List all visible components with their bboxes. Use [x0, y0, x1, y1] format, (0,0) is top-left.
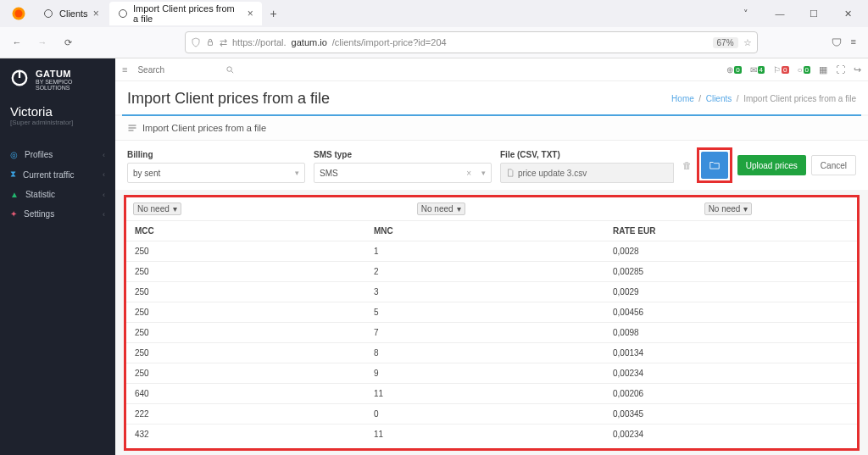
sidebar-item-profiles[interactable]: ◎Profiles ‹	[0, 145, 115, 164]
clear-icon[interactable]: ×	[466, 169, 476, 178]
close-icon[interactable]: ×	[248, 8, 253, 19]
file-icon	[506, 169, 515, 177]
cancel-button[interactable]: Cancel	[811, 155, 856, 175]
table-row: 640110,00206	[126, 383, 857, 403]
zoom-level[interactable]: 67%	[713, 37, 738, 48]
maximize-icon[interactable]: ☐	[805, 8, 822, 19]
sidebar-item-label: Profiles	[25, 150, 53, 159]
chevron-left-icon: ‹	[103, 170, 105, 179]
cell-rate: 0,0098	[613, 328, 849, 337]
cell-mnc: 9	[374, 369, 613, 378]
sidebar-item-settings[interactable]: ✦Settings ‹	[0, 204, 115, 224]
new-tab-button[interactable]: +	[264, 3, 284, 24]
table-header: MCC MNC RATE EUR	[126, 220, 857, 241]
notif-badge-4[interactable]: ○0	[798, 65, 811, 75]
cell-mcc: 250	[135, 267, 374, 276]
page-header: Import Client prices from a file Home / …	[115, 81, 868, 114]
cell-rate: 0,00345	[613, 409, 849, 419]
chevron-left-icon: ‹	[103, 210, 105, 219]
sidebar-item-statistic[interactable]: ▲Statistic ‹	[0, 185, 115, 204]
file-name-box[interactable]: price update 3.csv	[500, 163, 674, 183]
sms-select[interactable]: SMS × ▾	[314, 163, 492, 183]
cell-rate: 0,00234	[613, 430, 849, 439]
svg-point-1	[15, 10, 23, 18]
reload-button[interactable]: ⟳	[58, 32, 78, 53]
cell-mcc: 250	[135, 247, 374, 256]
minimize-icon[interactable]: —	[771, 8, 788, 19]
billing-select[interactable]: by sent ▾	[127, 163, 305, 183]
cell-mnc: 11	[374, 430, 613, 439]
mapping-select-3[interactable]: No need▾	[704, 203, 753, 215]
svg-point-6	[227, 66, 232, 71]
forward-button: →	[32, 32, 53, 53]
cell-mcc: 250	[135, 369, 374, 378]
cell-mnc: 1	[374, 247, 613, 256]
star-icon[interactable]: ☆	[743, 37, 752, 48]
statistic-icon: ▲	[10, 190, 19, 199]
sidebar-nav: ◎Profiles ‹ ⧗Current traffic ‹ ▲Statisti…	[0, 136, 115, 224]
app: GATUM BY SEMPICO SOLUTIONS Victoria [Sup…	[0, 58, 868, 455]
main: ≡ ⊕0 ✉4 ⚐0 ○0 ▦ ⛶ ↪ Import Client prices…	[115, 58, 868, 455]
cell-rate: 0,0029	[613, 287, 849, 297]
hamburger-icon[interactable]: ≡	[122, 64, 127, 75]
cell-mcc: 250	[135, 328, 374, 337]
address-bar[interactable]: ⇄ https://portal.gatum.io/clients/import…	[185, 31, 758, 53]
logout-icon[interactable]: ↪	[854, 64, 861, 75]
import-table: No need▾ No need▾ No need▾ MCC MNC RATE …	[124, 195, 860, 451]
sms-value: SMS	[320, 169, 338, 178]
filter-billing: Billing by sent ▾	[127, 150, 305, 183]
panel-heading: Import Client prices from a file	[115, 116, 868, 141]
page-title: Import Client prices from a file	[127, 90, 330, 108]
cell-mcc: 222	[135, 409, 374, 419]
sidebar-item-traffic[interactable]: ⧗Current traffic ‹	[0, 164, 115, 185]
brand-name: GATUM	[36, 69, 105, 79]
back-button[interactable]: ←	[7, 32, 27, 53]
caret-down-icon: ▾	[173, 204, 177, 214]
chevron-down-icon[interactable]: ˅	[737, 8, 754, 19]
mapping-select-1[interactable]: No need▾	[133, 203, 181, 215]
table-row: 25070,0098	[126, 322, 857, 342]
close-window-icon[interactable]: ✕	[839, 8, 856, 19]
brand-sub: BY SEMPICO SOLUTIONS	[36, 79, 105, 91]
svg-rect-4	[209, 42, 213, 45]
browser-tab-import[interactable]: Import Client prices from a file ×	[109, 2, 262, 25]
expand-icon[interactable]: ⛶	[836, 64, 845, 75]
mapping-select-2[interactable]: No need▾	[417, 203, 465, 215]
filters-row: Billing by sent ▾ SMS type SMS × ▾ File …	[115, 141, 868, 190]
search-icon[interactable]	[225, 65, 235, 75]
breadcrumb-clients[interactable]: Clients	[706, 94, 732, 103]
breadcrumb-home[interactable]: Home	[671, 94, 694, 103]
search-input[interactable]	[137, 65, 222, 75]
gear-icon: ✦	[10, 209, 17, 219]
table-body: 25010,002825020,0028525030,002925050,004…	[126, 241, 857, 444]
filter-actions: 🗑 Upload prices Cancel	[682, 147, 856, 183]
import-icon	[127, 123, 137, 133]
breadcrumb-current: Import Client prices from a file	[743, 94, 856, 103]
search-box[interactable]	[132, 64, 251, 76]
grid-icon[interactable]: ▦	[819, 64, 827, 75]
table-row: 432110,00234	[126, 424, 857, 444]
sidebar-item-label: Statistic	[25, 190, 55, 199]
cell-rate: 0,00285	[613, 267, 849, 276]
chevron-left-icon: ‹	[103, 151, 105, 159]
caret-down-icon: ▾	[457, 204, 461, 214]
close-icon[interactable]: ×	[93, 8, 99, 19]
browse-button[interactable]	[701, 152, 728, 179]
cell-mcc: 250	[135, 348, 374, 358]
cell-mcc: 432	[135, 430, 374, 439]
clear-file-icon[interactable]: 🗑	[682, 160, 692, 170]
pocket-icon[interactable]	[831, 36, 843, 48]
notif-badge-1[interactable]: ⊕0	[726, 65, 741, 75]
logo: GATUM BY SEMPICO SOLUTIONS	[0, 58, 115, 99]
notif-badge-3[interactable]: ⚐0	[773, 65, 788, 75]
table-row: 22200,00345	[126, 403, 857, 424]
browser-tab-clients[interactable]: Clients ×	[34, 2, 108, 25]
logo-icon	[10, 69, 29, 87]
menu-icon[interactable]: ≡	[851, 36, 856, 48]
cell-rate: 0,0028	[613, 247, 849, 256]
file-label: File (CSV, TXT)	[500, 150, 674, 159]
highlight-browse	[697, 147, 732, 183]
svg-point-2	[45, 10, 53, 18]
upload-button[interactable]: Upload prices	[737, 155, 806, 175]
notif-badge-2[interactable]: ✉4	[750, 65, 765, 75]
